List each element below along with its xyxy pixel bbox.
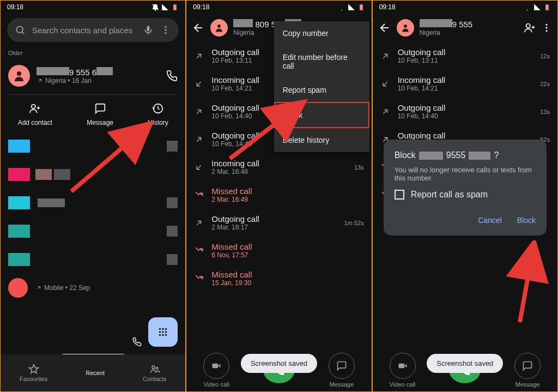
log-sub: 6 Nov, 17:57 — [211, 251, 356, 259]
svg-point-9 — [162, 328, 164, 330]
checkbox-icon — [395, 190, 404, 200]
menu-block[interactable]: Block — [274, 102, 369, 128]
bottom-nav: Favourites Recent Contacts — [1, 354, 185, 391]
add-contact-icon[interactable] — [524, 22, 536, 34]
outgoing-arrow-icon — [35, 285, 42, 291]
search-bar[interactable]: Search contacts and places — [7, 18, 179, 42]
nav-contacts[interactable]: Contacts — [143, 364, 166, 382]
dialpad-icon — [157, 326, 169, 338]
menu-copy-number[interactable]: Copy number — [274, 21, 369, 45]
svg-point-24 — [526, 24, 530, 28]
svg-point-14 — [159, 334, 161, 336]
divider — [8, 94, 178, 95]
header-info: 9 555 Nigeria — [420, 19, 518, 37]
log-duration: 13s — [540, 108, 550, 115]
menu-edit-number[interactable]: Edit number before call — [274, 45, 369, 78]
svg-point-13 — [165, 331, 167, 333]
report-spam-checkbox[interactable]: Report call as spam — [395, 190, 536, 200]
log-item[interactable]: Outgoing call10 Feb, 13:1112s — [373, 42, 557, 70]
call-history-panel: 09:18 809 555 Nigeria Outgoing call10 Fe… — [186, 0, 372, 392]
call-icon[interactable] — [166, 70, 178, 82]
bell-off-icon — [338, 3, 345, 11]
svg-rect-21 — [213, 364, 219, 368]
log-item[interactable]: Incoming call2 Mar, 16:4813s — [186, 153, 371, 181]
log-item[interactable]: Missed call6 Nov, 17:57 — [186, 237, 371, 264]
cancel-button[interactable]: Cancel — [478, 216, 502, 225]
bell-off-icon — [524, 3, 531, 11]
svg-point-12 — [162, 331, 164, 333]
svg-point-10 — [165, 328, 167, 330]
log-sub: 10 Feb, 13:11 — [398, 57, 533, 64]
history-icon — [152, 102, 164, 114]
message-icon — [336, 360, 347, 371]
contact-number: 9 555 6 — [37, 67, 159, 77]
log-item[interactable]: Outgoing call10 Feb, 14:4013s — [373, 98, 557, 125]
svg-point-17 — [152, 366, 155, 369]
log-sub: 10 Feb, 14:40 — [398, 112, 533, 120]
log-title: Missed call — [211, 270, 356, 279]
call-icon[interactable] — [132, 337, 142, 347]
dialpad-fab[interactable] — [148, 317, 178, 347]
log-info: Missed call15 Jan, 19:30 — [211, 270, 356, 287]
video-icon — [397, 360, 408, 371]
log-duration: 13s — [354, 164, 364, 171]
list-item[interactable] — [1, 245, 185, 274]
log-info: Incoming call2 Mar, 16:48 — [211, 159, 347, 176]
bell-off-icon — [151, 3, 159, 11]
missed-arrow-icon — [194, 246, 204, 256]
header-sub: Nigeria — [420, 29, 518, 37]
nav-favourites[interactable]: Favourites — [20, 364, 47, 382]
video-icon — [211, 360, 222, 371]
back-arrow-icon[interactable] — [378, 21, 391, 34]
status-icons — [151, 3, 179, 11]
video-call-button[interactable] — [203, 353, 229, 379]
add-contact-icon — [29, 102, 41, 114]
battery-icon — [543, 3, 551, 11]
svg-point-20 — [217, 25, 221, 28]
menu-delete-history[interactable]: Delete history — [274, 128, 369, 152]
nav-recent[interactable]: Recent — [86, 370, 105, 376]
back-arrow-icon[interactable] — [192, 21, 205, 34]
annotation-arrow-icon — [504, 240, 558, 328]
block-button[interactable]: Block — [517, 216, 536, 225]
log-title: Missed call — [211, 186, 356, 196]
add-contact-button[interactable]: Add contact — [18, 102, 52, 126]
log-duration: 22s — [540, 81, 550, 87]
mic-icon[interactable] — [143, 25, 154, 35]
outgoing-arrow-icon — [194, 51, 204, 61]
menu-report-spam[interactable]: Report spam — [274, 78, 369, 102]
block-dialog-panel: 09:18 9 555 Nigeria Outgoing call10 Feb,… — [372, 0, 558, 392]
log-item[interactable]: Missed call2 Mar, 16:49 — [186, 181, 371, 209]
list-item[interactable] — [1, 160, 185, 189]
search-placeholder: Search contacts and places — [32, 26, 136, 35]
message-button[interactable] — [329, 353, 355, 379]
video-call-button[interactable] — [390, 353, 416, 379]
message-button[interactable] — [514, 353, 541, 379]
log-duration: 12s — [540, 53, 550, 59]
list-item[interactable] — [1, 132, 185, 160]
log-item[interactable]: Outgoing call2 Mar, 18:171m 52s — [186, 209, 371, 237]
section-older: Older — [1, 46, 185, 59]
log-item[interactable]: Missed call15 Jan, 19:30 — [186, 264, 371, 292]
log-title: Outgoing call — [398, 47, 533, 57]
signal-icon — [161, 3, 169, 11]
log-duration: 1m 52s — [344, 220, 364, 226]
list-item[interactable] — [1, 217, 185, 245]
more-icon[interactable] — [160, 25, 171, 35]
contact-header[interactable]: 9 555 6 Nigeria • 16 Jan — [1, 59, 185, 92]
context-menu: Copy number Edit number before call Repo… — [274, 21, 369, 152]
svg-point-26 — [545, 27, 547, 28]
history-button[interactable]: History — [148, 102, 168, 126]
incoming-arrow-icon — [194, 162, 204, 172]
more-icon[interactable] — [541, 22, 552, 33]
message-button[interactable]: Message — [87, 102, 113, 126]
log-sub: 2 Mar, 16:49 — [211, 196, 356, 203]
svg-rect-2 — [147, 26, 150, 32]
incoming-arrow-icon — [194, 79, 204, 89]
list-item[interactable]: Mobile • 22 Sep — [1, 274, 185, 302]
svg-rect-28 — [398, 364, 404, 368]
svg-point-8 — [159, 328, 161, 330]
status-time: 09:18 — [379, 3, 396, 11]
list-item[interactable] — [1, 189, 185, 217]
log-item[interactable]: Incoming call10 Feb, 14:2122s — [373, 70, 557, 98]
